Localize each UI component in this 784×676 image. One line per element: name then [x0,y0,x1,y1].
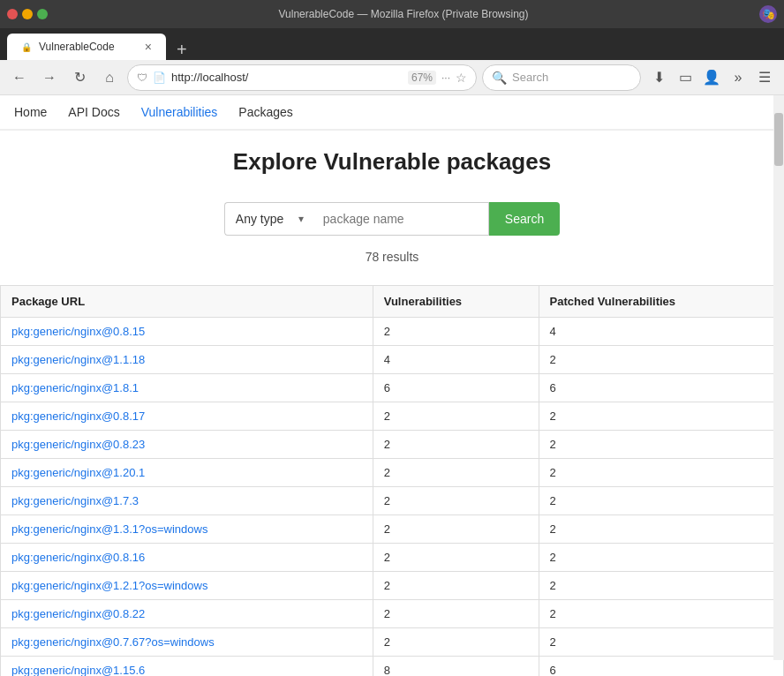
cell-vulnerabilities: 2 [373,515,539,544]
cell-package-url: pkg:generic/nginx@0.8.17 [1,402,373,431]
cell-package-url: pkg:generic/nginx@0.7.67?os=windows [1,628,373,657]
cell-patched-vulnerabilities: 2 [539,402,784,431]
cell-package-url: pkg:generic/nginx@1.15.6 [1,657,373,677]
extensions-icon[interactable]: » [726,65,750,90]
cell-package-url: pkg:generic/nginx@0.8.22 [1,600,373,628]
package-url-link[interactable]: pkg:generic/nginx@0.8.23 [11,438,145,451]
cell-patched-vulnerabilities: 2 [539,515,784,544]
table-row: pkg:generic/nginx@1.2.1?os=windows22 [1,572,784,600]
package-url-link[interactable]: pkg:generic/nginx@1.20.1 [11,466,145,479]
cell-patched-vulnerabilities: 2 [539,487,784,515]
window-title: VulnerableCode — Mozilla Firefox (Privat… [55,8,752,20]
table-row: pkg:generic/nginx@1.3.1?os=windows22 [1,515,784,544]
cell-vulnerabilities: 2 [373,459,539,487]
package-url-link[interactable]: pkg:generic/nginx@1.3.1?os=windows [11,522,207,536]
scrollbar-thumb[interactable] [774,113,783,166]
cell-package-url: pkg:generic/nginx@0.8.16 [1,544,373,572]
cell-patched-vulnerabilities: 2 [539,628,784,657]
package-url-link[interactable]: pkg:generic/nginx@0.8.17 [11,409,145,423]
url-display[interactable]: http://localhost/ [171,71,403,84]
page-content: Explore Vulnerable packages Any type gen… [0,131,784,676]
col-patched-vulnerabilities: Patched Vulnerabilities [539,286,784,318]
page-title: Explore Vulnerable packages [0,148,784,176]
private-browsing-icon: 🎭 [759,5,777,23]
download-icon[interactable]: ⬇ [646,65,671,90]
minimize-window-button[interactable] [22,9,33,19]
maximize-window-button[interactable] [37,9,48,19]
browser-titlebar: VulnerableCode — Mozilla Firefox (Privat… [0,0,784,28]
table-row: pkg:generic/nginx@1.7.322 [1,487,784,515]
page-icon: 📄 [153,71,166,84]
table-row: pkg:generic/nginx@1.20.122 [1,459,784,487]
tab-close-button[interactable]: × [145,40,152,54]
table-row: pkg:generic/nginx@0.8.2322 [1,431,784,459]
address-bar[interactable]: 🛡 📄 http://localhost/ 67% ··· ☆ [127,64,477,91]
package-url-link[interactable]: pkg:generic/nginx@0.8.16 [11,551,145,564]
cell-package-url: pkg:generic/nginx@0.8.15 [1,318,373,346]
active-tab[interactable]: 🔒 VulnerableCode × [7,34,166,60]
browser-tabbar: 🔒 VulnerableCode × + [0,28,784,60]
cell-vulnerabilities: 2 [373,572,539,600]
cell-package-url: pkg:generic/nginx@1.1.18 [1,346,373,374]
site-navbar: Home API Docs Vulnerabilities Packages [0,95,784,131]
package-url-link[interactable]: pkg:generic/nginx@0.8.22 [11,607,145,620]
table-row: pkg:generic/nginx@0.8.1722 [1,402,784,431]
cell-package-url: pkg:generic/nginx@0.8.23 [1,431,373,459]
cell-vulnerabilities: 2 [373,318,539,346]
package-url-link[interactable]: pkg:generic/nginx@0.7.67?os=windows [11,635,215,649]
cell-vulnerabilities: 8 [373,657,539,677]
cell-patched-vulnerabilities: 6 [539,657,784,677]
table-row: pkg:generic/nginx@0.8.2222 [1,600,784,628]
results-count: 78 results [0,250,784,264]
type-select[interactable]: Any type generic npm pypi gem maven [224,202,313,236]
search-icon: 🔍 [492,71,507,85]
package-url-link[interactable]: pkg:generic/nginx@1.8.1 [11,381,139,394]
table-body: pkg:generic/nginx@0.8.1524pkg:generic/ng… [1,318,784,677]
account-icon[interactable]: 👤 [699,65,724,90]
package-url-link[interactable]: pkg:generic/nginx@1.15.6 [11,664,145,676]
cell-vulnerabilities: 2 [373,402,539,431]
scrollbar-track[interactable] [773,95,784,660]
sidebar-toggle-button[interactable]: ▭ [673,65,697,90]
type-select-wrapper[interactable]: Any type generic npm pypi gem maven ▾ [224,202,313,236]
forward-button[interactable]: → [37,65,62,90]
new-tab-button[interactable]: + [170,40,194,60]
window-controls [7,9,48,19]
table-row: pkg:generic/nginx@0.8.1622 [1,544,784,572]
package-url-link[interactable]: pkg:generic/nginx@1.1.18 [11,353,145,366]
cell-patched-vulnerabilities: 2 [539,431,784,459]
package-url-link[interactable]: pkg:generic/nginx@1.2.1?os=windows [11,579,207,592]
table-header: Package URL Vulnerabilities Patched Vuln… [1,286,784,318]
cell-vulnerabilities: 2 [373,600,539,628]
nav-vulnerabilities[interactable]: Vulnerabilities [141,105,218,119]
cell-patched-vulnerabilities: 6 [539,374,784,402]
cell-package-url: pkg:generic/nginx@1.2.1?os=windows [1,572,373,600]
cell-package-url: pkg:generic/nginx@1.3.1?os=windows [1,515,373,544]
cell-vulnerabilities: 4 [373,346,539,374]
home-button[interactable]: ⌂ [97,65,122,90]
tab-label: VulnerableCode [39,41,138,53]
bookmark-star-icon[interactable]: ☆ [456,71,467,85]
overflow-menu-icon[interactable]: ··· [441,71,450,84]
reload-button[interactable]: ↻ [67,65,92,90]
toolbar-icons: ⬇ ▭ 👤 » ☰ [646,65,777,90]
nav-packages[interactable]: Packages [238,105,292,119]
search-button[interactable]: Search [489,202,560,236]
menu-button[interactable]: ☰ [752,65,777,90]
table-row: pkg:generic/nginx@0.7.67?os=windows22 [1,628,784,657]
zoom-level: 67% [408,71,436,85]
package-url-link[interactable]: pkg:generic/nginx@1.7.3 [11,494,139,507]
nav-api-docs[interactable]: API Docs [68,105,119,119]
cell-package-url: pkg:generic/nginx@1.7.3 [1,487,373,515]
package-url-link[interactable]: pkg:generic/nginx@0.8.15 [11,325,145,338]
back-button[interactable]: ← [7,65,32,90]
table-row: pkg:generic/nginx@1.15.686 [1,657,784,677]
cell-patched-vulnerabilities: 2 [539,346,784,374]
nav-home[interactable]: Home [14,105,47,119]
cell-vulnerabilities: 2 [373,628,539,657]
package-name-input[interactable] [313,202,489,236]
table-row: pkg:generic/nginx@1.8.166 [1,374,784,402]
close-window-button[interactable] [7,9,18,19]
browser-search-bar[interactable]: 🔍 Search [482,64,641,91]
cell-patched-vulnerabilities: 2 [539,544,784,572]
